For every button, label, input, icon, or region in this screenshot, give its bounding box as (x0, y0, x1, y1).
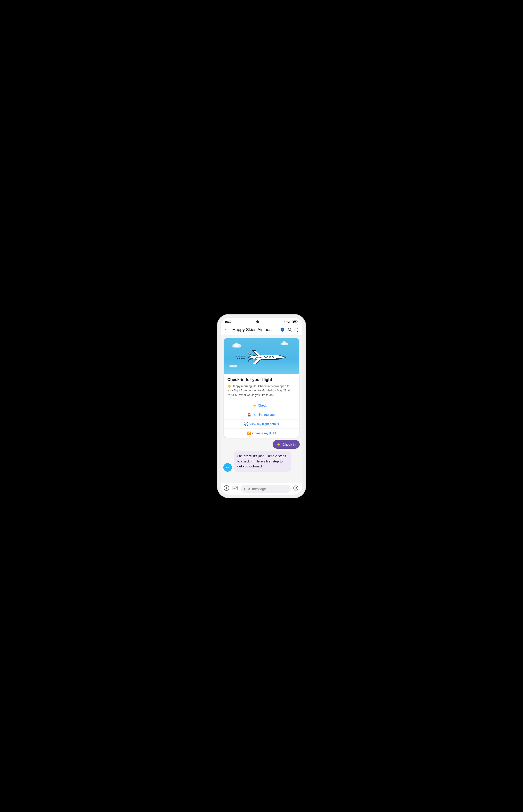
bot-avatar-icon (225, 465, 231, 470)
status-icons (284, 320, 298, 323)
remind-icon: 🚨 (247, 413, 251, 416)
cloud-decoration (229, 365, 237, 367)
signal-icon (288, 320, 292, 323)
card-actions: ⚡ Check in 🚨 Remind me later ✈️ View my … (224, 401, 299, 438)
user-bubble: ⚡ Check in (273, 440, 300, 449)
input-right-icons (293, 485, 302, 492)
change-flight-icon: 🔀 (247, 431, 251, 435)
cloud-decoration (281, 343, 288, 345)
status-time: 9:30 (225, 320, 231, 324)
media-button[interactable] (232, 485, 238, 493)
rich-card: Check-in for your flight 👋 Happy morning… (224, 338, 299, 438)
nav-title: Happy Skies Airlines (232, 327, 277, 332)
svg-point-17 (234, 487, 234, 488)
nav-icons: ⋮ (280, 327, 300, 332)
card-image (224, 338, 299, 374)
search-icon[interactable] (288, 327, 292, 332)
camera-dot (256, 321, 259, 323)
phone-screen: 9:30 (221, 318, 302, 495)
voice-button[interactable] (301, 485, 302, 492)
svg-point-11 (255, 357, 262, 360)
top-nav: ← Happy Skies Airlines ⋮ (221, 325, 302, 335)
phone-shell: 9:30 (217, 314, 306, 498)
action-view-flight[interactable]: ✈️ View my flight details (224, 419, 299, 429)
svg-point-12 (225, 465, 231, 470)
chat-area: Check-in for your flight 👋 Happy morning… (221, 335, 302, 483)
bot-avatar (223, 463, 232, 472)
battery-icon (293, 321, 298, 323)
svg-line-3 (291, 330, 292, 331)
svg-point-18 (294, 486, 298, 490)
add-button[interactable] (223, 485, 230, 493)
input-bar (221, 483, 302, 495)
cloud-decoration (232, 344, 241, 347)
svg-point-19 (295, 487, 295, 488)
action-check-in[interactable]: ⚡ Check in (224, 401, 299, 410)
card-content: Check-in for your flight 👋 Happy morning… (224, 374, 299, 401)
bot-bubble: Ok, great! It's just 3 simple steps to c… (234, 451, 291, 472)
bot-message-row: Ok, great! It's just 3 simple steps to c… (223, 451, 300, 472)
svg-rect-1 (294, 321, 296, 323)
shield-icon[interactable] (280, 327, 285, 332)
more-menu-icon[interactable]: ⋮ (295, 327, 300, 332)
flight-details-label: View my flight details (249, 422, 279, 426)
bot-bubble-text: Ok, great! It's just 3 simple steps to c… (237, 454, 286, 468)
user-bubble-icon: ⚡ (277, 442, 281, 446)
status-bar: 9:30 (221, 318, 302, 325)
wifi-icon (284, 321, 288, 323)
user-bubble-text: Check in (283, 443, 295, 446)
flight-details-icon: ✈️ (244, 422, 248, 426)
emoji-button[interactable] (293, 485, 299, 492)
action-remind-later[interactable]: 🚨 Remind me later (224, 410, 299, 419)
airplane-illustration (234, 346, 289, 366)
back-button[interactable]: ← (223, 326, 230, 333)
check-in-icon: ⚡ (253, 404, 256, 407)
check-in-label: Check in (258, 404, 270, 407)
card-title: Check-in for your flight (228, 377, 295, 382)
change-flight-label: Change my flight (252, 431, 276, 435)
action-change-flight[interactable]: 🔀 Change my flight (224, 429, 299, 438)
message-input[interactable] (240, 485, 291, 493)
remind-label: Remind me later (252, 413, 276, 416)
svg-point-20 (296, 487, 297, 488)
card-body-text: 👋 Happy morning, Jo! Check-in is now ope… (228, 384, 295, 397)
